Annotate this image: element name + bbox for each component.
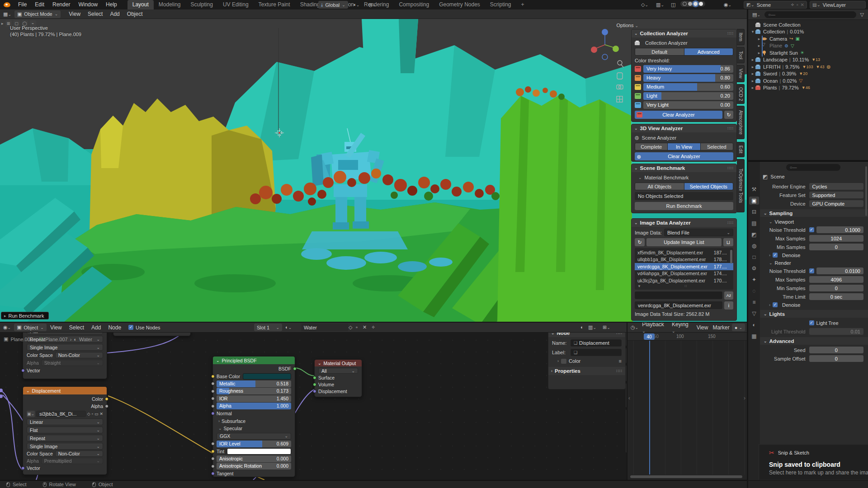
info-icon[interactable]: i	[724, 301, 733, 310]
snap-icon[interactable]: ◖	[579, 324, 585, 330]
subsection-render[interactable]: ⌄Render	[763, 259, 863, 266]
properties-tab-render[interactable]: ▣	[749, 197, 759, 205]
viewport-3d[interactable]: ▸ ⊞ ▢ ◯ ⌁ User Perspective (40) Plants |…	[0, 19, 747, 322]
vp-max-field[interactable]: 1024	[809, 235, 863, 242]
properties-tab-material[interactable]: ◐	[749, 321, 759, 329]
properties-tab-object-data[interactable]: ▽	[749, 310, 759, 318]
menu-view[interactable]: View	[65, 11, 84, 17]
all-objects-button[interactable]: All Objects	[635, 183, 684, 190]
vp-denoise-checkbox[interactable]: ✓	[773, 253, 778, 258]
rd-denoise-checkbox[interactable]: ✓	[773, 302, 778, 307]
rd-time-field[interactable]: 0 sec	[809, 293, 863, 300]
material-preview-icon[interactable]: ◐⌄	[284, 324, 293, 330]
unlink-material-icon[interactable]: ✕	[361, 324, 368, 330]
workspace-tab-sculpting[interactable]: Sculpting	[186, 0, 218, 9]
blender-logo-icon[interactable]	[4, 2, 10, 7]
trash-icon[interactable]: ⊔	[723, 238, 733, 246]
menu-file[interactable]: File	[14, 0, 31, 9]
panel-header-scene-benchmark[interactable]: ⌄Scene Benchmark∷∷	[632, 164, 736, 172]
presets-list-icon[interactable]: ≡	[619, 358, 622, 364]
distribution-dropdown[interactable]: GGX⌄	[217, 433, 291, 440]
shading-options-icon[interactable]: ◉⌄	[722, 2, 733, 8]
image-filter-input[interactable]	[635, 291, 722, 299]
rd-min-field[interactable]: 0	[809, 285, 863, 291]
editor-divider-shader-timeline[interactable]	[627, 323, 627, 480]
properties-tab-world[interactable]: ◍	[749, 242, 759, 250]
outliner-row-ocean[interactable]: ▸Ocean|0.02%▽	[750, 77, 866, 84]
outliner-filter-icon[interactable]: ▽	[859, 12, 865, 18]
pin-icon[interactable]: ✧	[791, 2, 794, 7]
sidebar-tab-ocd-2[interactable]: OCD 2	[737, 84, 745, 104]
filter-funnel-icon[interactable]: ▼	[637, 284, 641, 288]
shader-type-dropdown[interactable]: ▣Object⌄	[14, 324, 47, 331]
workspace-tab-modeling[interactable]: Modeling	[154, 0, 186, 9]
sidebar-tab-edit[interactable]: Edit	[737, 142, 745, 157]
base-color-swatch[interactable]	[243, 373, 291, 380]
sidebar-tab-tooptimize-tools[interactable]: ToOptimize Tools	[737, 159, 745, 212]
mode-complete-button[interactable]: Complete	[635, 143, 668, 150]
current-frame-badge[interactable]: 40	[644, 333, 655, 340]
displacement-single-image-dropdown[interactable]: Single Image⌄	[27, 443, 103, 450]
selected-objects-button[interactable]: Selected Objects	[684, 183, 733, 190]
threshold-slider-light[interactable]: Light0.20	[643, 92, 733, 100]
outliner-row-camera[interactable]: ▸Camera↪▣	[750, 35, 866, 42]
properties-tab-view-layer[interactable]: ▤	[749, 219, 759, 227]
outliner-row-scene-collection[interactable]: Scene Collection	[750, 21, 866, 28]
disclosure-icon[interactable]: ▸	[756, 43, 762, 48]
menu-edit[interactable]: Edit	[31, 0, 48, 9]
displacement-flat-dropdown[interactable]: Flat⌄	[27, 427, 103, 433]
notification-toast[interactable]: ✂ Snip & Sketch Snip saved to clipboard …	[759, 444, 868, 480]
properties-subpanel-header[interactable]: ›Properties∷∷	[548, 367, 625, 375]
scene-name[interactable]: Scene	[757, 2, 771, 8]
properties-tab-object[interactable]: □	[749, 253, 759, 261]
marker-menu[interactable]: Marker	[710, 324, 731, 331]
fake-user-shield-icon[interactable]: ◇	[347, 324, 354, 330]
image-row-0[interactable]: xf5mdim_8K_Displacement.exr187....	[635, 249, 733, 256]
mode-dropdown[interactable]: ▣ Object Mode ⌄	[14, 10, 61, 18]
rd-max-field[interactable]: 4096	[809, 276, 863, 283]
scene-selector[interactable]: ◩⌄ Scene ✧ ▫ ✕	[744, 1, 807, 9]
workspace-tab-texture-paint[interactable]: Texture Paint	[254, 0, 295, 9]
timeline-left-arrow[interactable]: ‹	[628, 395, 630, 401]
sample-offset-field[interactable]: 0	[809, 355, 863, 362]
menu-select[interactable]: Select	[84, 11, 106, 17]
section-advanced[interactable]: ⌄Advanced	[760, 337, 868, 345]
image-row-4[interactable]: uk3lcj2ga_8K_Displacement.exr170....	[635, 277, 733, 284]
shader-menu-select[interactable]: Select	[66, 324, 88, 331]
disclosure-icon[interactable]: ▸	[750, 57, 755, 62]
overlay-icon[interactable]: ▥⌄	[587, 324, 598, 330]
add-workspace-button[interactable]: +	[516, 0, 529, 9]
editor-divider-vertical[interactable]	[747, 9, 748, 488]
benchmark-target-toggle[interactable]: All Objects Selected Objects	[635, 183, 733, 190]
threshold-slider-heavy[interactable]: Heavy0.80	[643, 74, 733, 82]
anisotropic-slider[interactable]: Anisotropic0.000	[217, 455, 291, 462]
node-color-checkbox[interactable]	[561, 359, 566, 364]
viewlayer-selector[interactable]: ▤⌄ ViewLayer	[810, 1, 866, 9]
shader-editor[interactable]: ◉⌄ ▣Object⌄ View Select Add Node ✓ Use N…	[0, 323, 627, 480]
feature-set-dropdown[interactable]: Supported	[809, 192, 863, 198]
threshold-slider-very-heavy[interactable]: Very Heavy0.86	[643, 65, 733, 73]
rd-noise-checkbox[interactable]: ✓	[809, 268, 814, 273]
copy-icon[interactable]: ▫	[92, 412, 93, 416]
xray-toggle-icon[interactable]: ◫	[670, 2, 677, 8]
mode-in-view-button[interactable]: In View	[668, 143, 700, 150]
outliner-editor-icon[interactable]: ▤⌄	[751, 12, 762, 18]
list-scrollbar[interactable]	[730, 250, 732, 263]
properties-tab-active-tool[interactable]: ⚒	[749, 185, 759, 193]
menu-render[interactable]: Render	[48, 0, 74, 9]
overlays-toggle-icon[interactable]: ▥⌄	[655, 2, 665, 8]
editor-type-icon[interactable]: ▦⌄	[2, 11, 13, 17]
properties-tab-texture[interactable]: ▦	[749, 332, 759, 340]
outliner-search-input[interactable]: ○—	[764, 11, 856, 18]
timeline-view-menu[interactable]: View	[694, 324, 711, 331]
mode-selected-button[interactable]: Selected	[701, 143, 733, 150]
image-browse-icon[interactable]: ▣⌄	[27, 411, 35, 417]
output-target-dropdown[interactable]: All⌄	[318, 368, 358, 374]
menu-object[interactable]: Object	[123, 11, 146, 17]
orientation-dropdown[interactable]: ⤓ Global ⌄	[318, 1, 348, 9]
tex-top-single-image-dropdown[interactable]: Single Image⌄	[27, 344, 103, 351]
image-list[interactable]: xf5mdim_8K_Displacement.exr187....ullqbb…	[635, 248, 733, 290]
mode-toggle[interactable]: Default Advanced	[635, 48, 733, 56]
properties-tab-constraints[interactable]: ≡	[749, 298, 759, 306]
sidebar-tab-atmosphere[interactable]: Atmosphere	[737, 106, 745, 139]
